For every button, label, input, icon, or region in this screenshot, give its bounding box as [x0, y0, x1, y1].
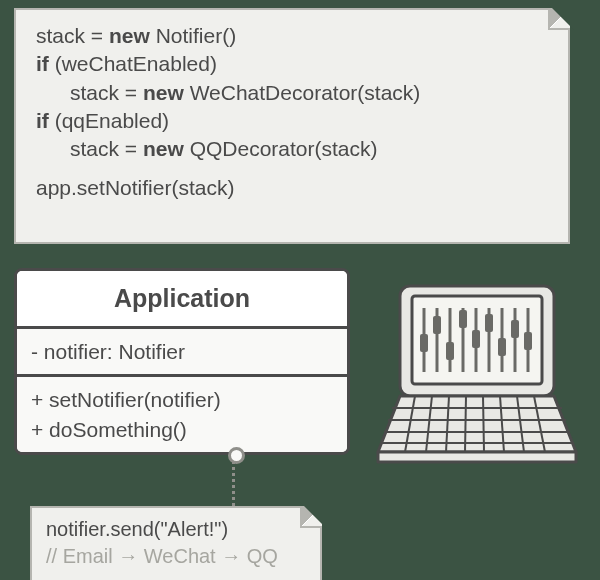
- page-fold-icon: [300, 506, 322, 528]
- code-line: if (weChatEnabled): [36, 50, 548, 78]
- svg-line-29: [465, 396, 466, 452]
- svg-rect-11: [420, 334, 428, 352]
- laptop-icon: [372, 280, 582, 470]
- note-connector: [232, 454, 235, 512]
- svg-rect-14: [459, 310, 467, 328]
- svg-rect-19: [524, 332, 532, 350]
- page-fold-icon: [548, 8, 570, 30]
- svg-rect-16: [485, 314, 493, 332]
- uml-method: + doSomething(): [31, 415, 333, 444]
- code-line: notifier.send("Alert!"): [46, 516, 306, 543]
- code-line: if (qqEnabled): [36, 107, 548, 135]
- uml-class-application: Application - notifier: Notifier + setNo…: [14, 268, 350, 455]
- code-line: app.setNotifier(stack): [36, 174, 548, 202]
- uml-methods: + setNotifier(notifier) + doSomething(): [17, 374, 347, 452]
- svg-rect-17: [498, 338, 506, 356]
- svg-marker-21: [378, 452, 576, 462]
- svg-line-30: [483, 396, 484, 452]
- code-line: stack = new QQDecorator(stack): [36, 135, 548, 163]
- uml-method: + setNotifier(notifier): [31, 385, 333, 414]
- svg-rect-18: [511, 320, 519, 338]
- svg-rect-12: [433, 316, 441, 334]
- code-line: stack = new WeChatDecorator(stack): [36, 79, 548, 107]
- method-body-note: notifier.send("Alert!") // Email → WeCha…: [30, 506, 322, 580]
- uml-class-title: Application: [17, 271, 347, 326]
- code-snippet-note: stack = new Notifier() if (weChatEnabled…: [14, 8, 570, 244]
- svg-rect-13: [446, 342, 454, 360]
- code-comment: // Email → WeChat → QQ: [46, 543, 306, 570]
- uml-field: - notifier: Notifier: [17, 326, 347, 374]
- svg-rect-15: [472, 330, 480, 348]
- code-line: stack = new Notifier(): [36, 22, 548, 50]
